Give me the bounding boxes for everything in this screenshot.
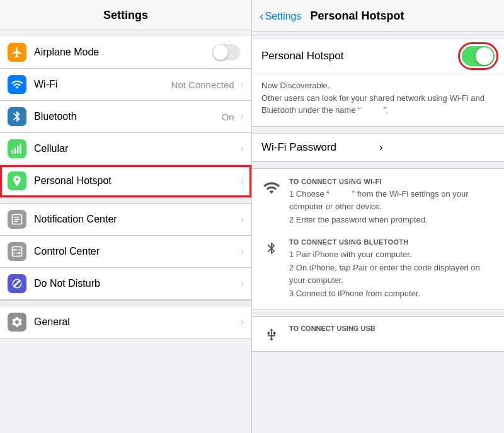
settings-item-donotdisturb[interactable]: Do Not Disturb › xyxy=(0,268,251,300)
hotspot-toggle[interactable] xyxy=(462,46,495,66)
usb-connect-icon xyxy=(265,326,278,344)
hotspot-toggle-label: Personal Hotspot xyxy=(261,50,462,62)
wifi-label: Wi-Fi xyxy=(34,79,171,90)
connect-wifi-item: TO CONNECT USING WI-FI 1 Choose “ ” from… xyxy=(261,178,495,227)
cellular-label: Cellular xyxy=(34,143,238,154)
settings-item-bluetooth[interactable]: Bluetooth On › xyxy=(0,101,251,133)
cellular-icon-box xyxy=(8,139,26,158)
connect-bluetooth-icon xyxy=(261,240,282,257)
wifi-connect-icon xyxy=(263,179,280,197)
wifi-value: Not Connected xyxy=(171,79,234,90)
general-label: General xyxy=(34,316,238,328)
settings-item-controlcenter[interactable]: Control Center › xyxy=(0,236,251,268)
donotdisturb-label: Do Not Disturb xyxy=(34,278,238,289)
connect-wifi-text: TO CONNECT USING WI-FI 1 Choose “ ” from… xyxy=(289,178,495,227)
hotspot-toggle-knob xyxy=(476,47,493,65)
bluetooth-icon xyxy=(11,110,23,123)
usb-text: TO CONNECT USING USB xyxy=(289,325,375,335)
general-icon-box xyxy=(8,313,26,332)
svg-rect-2 xyxy=(17,146,19,154)
hotspot-chevron: › xyxy=(241,175,244,187)
settings-item-airplane[interactable]: Airplane Mode xyxy=(0,37,251,69)
connect-wifi-steps: 1 Choose “ ” from the Wi-Fi settings on … xyxy=(289,188,495,227)
left-panel: Settings Airplane Mode Wi-Fi Not Connect xyxy=(0,0,252,433)
controlcenter-chevron: › xyxy=(241,246,244,257)
usb-title: TO CONNECT USING USB xyxy=(289,325,375,332)
airplane-icon-box xyxy=(8,43,26,62)
hotspot-toggle-section: Personal Hotspot Now Discoverable. Other… xyxy=(252,38,504,127)
bluetooth-value: On xyxy=(222,112,234,122)
section-divider-1 xyxy=(0,197,251,204)
bluetooth-label: Bluetooth xyxy=(34,111,222,122)
hotspot-label: Personal Hotspot xyxy=(34,175,238,187)
usb-section: TO CONNECT USING USB xyxy=(252,316,504,352)
wifi-password-chevron: › xyxy=(379,141,495,154)
back-button[interactable]: ‹ Settings xyxy=(260,9,301,23)
wifi-password-label: Wi-Fi Password xyxy=(261,141,377,154)
hotspot-toggle-wrapper xyxy=(462,46,495,66)
connect-section: TO CONNECT USING WI-FI 1 Choose “ ” from… xyxy=(252,168,504,311)
connect-bluetooth-title: TO CONNECT USING BLUETOOTH xyxy=(289,238,495,246)
bluetooth-icon-box xyxy=(8,107,26,126)
right-title: Personal Hotspot xyxy=(310,9,404,23)
connect-wifi-title: TO CONNECT USING WI-FI xyxy=(289,178,495,185)
bluetooth-chevron: › xyxy=(241,111,244,122)
general-chevron: › xyxy=(241,316,244,328)
svg-rect-0 xyxy=(12,150,14,154)
donotdisturb-icon xyxy=(11,277,23,290)
airplane-icon xyxy=(11,46,23,59)
hotspot-toggle-row: Personal Hotspot xyxy=(252,38,504,74)
cellular-chevron: › xyxy=(241,143,244,154)
wifi-chevron: › xyxy=(241,79,244,90)
donotdisturb-icon-box xyxy=(8,274,26,293)
hotspot-icon xyxy=(11,175,23,187)
settings-item-wifi[interactable]: Wi-Fi Not Connected › xyxy=(0,69,251,101)
connect-wifi-icon xyxy=(261,179,282,197)
back-label: Settings xyxy=(265,11,302,22)
right-panel: ‹ Settings Personal Hotspot Personal Hot… xyxy=(252,0,504,433)
svg-rect-1 xyxy=(14,147,16,153)
usb-icon xyxy=(261,326,282,344)
settings-item-notification[interactable]: Notification Center › xyxy=(0,204,251,236)
airplane-toggle-knob xyxy=(213,45,228,60)
notification-icon xyxy=(11,213,23,226)
controlcenter-icon xyxy=(11,245,23,258)
bluetooth-connect-icon xyxy=(265,240,278,257)
settings-item-cellular[interactable]: Cellular › xyxy=(0,133,251,165)
wifi-password-row[interactable]: Wi-Fi Password › xyxy=(252,133,504,162)
connect-bluetooth-text: TO CONNECT USING BLUETOOTH 1 Pair iPhone… xyxy=(289,238,495,301)
donotdisturb-chevron: › xyxy=(241,278,244,289)
airplane-label: Airplane Mode xyxy=(34,47,212,58)
right-header: ‹ Settings Personal Hotspot xyxy=(252,0,504,32)
wifi-icon-box xyxy=(8,75,26,94)
settings-item-hotspot[interactable]: Personal Hotspot › xyxy=(0,165,251,197)
notification-icon-box xyxy=(8,210,26,229)
settings-list: Airplane Mode Wi-Fi Not Connected › xyxy=(0,37,251,338)
controlcenter-icon-box xyxy=(8,242,26,261)
svg-point-10 xyxy=(18,252,20,254)
connect-bluetooth-steps: 1 Pair iPhone with your computer. 2 On i… xyxy=(289,248,495,301)
svg-rect-8 xyxy=(13,247,22,257)
notification-label: Notification Center xyxy=(34,214,238,225)
wifi-icon xyxy=(11,78,23,91)
svg-point-9 xyxy=(14,249,16,251)
back-chevron-icon: ‹ xyxy=(260,9,264,23)
controlcenter-label: Control Center xyxy=(34,246,238,257)
connect-bluetooth-item: TO CONNECT USING BLUETOOTH 1 Pair iPhone… xyxy=(261,238,495,301)
settings-item-general[interactable]: General › xyxy=(0,306,251,338)
left-header: Settings xyxy=(0,0,251,30)
general-icon xyxy=(11,316,23,328)
settings-title: Settings xyxy=(103,9,148,21)
section-divider-2 xyxy=(0,300,251,306)
hotspot-icon-box xyxy=(8,171,26,190)
airplane-toggle[interactable] xyxy=(212,44,240,61)
cellular-icon xyxy=(11,142,23,155)
notification-chevron: › xyxy=(241,214,244,225)
svg-rect-3 xyxy=(20,144,21,154)
discoverable-text: Now Discoverable. Other users can look f… xyxy=(252,74,504,126)
